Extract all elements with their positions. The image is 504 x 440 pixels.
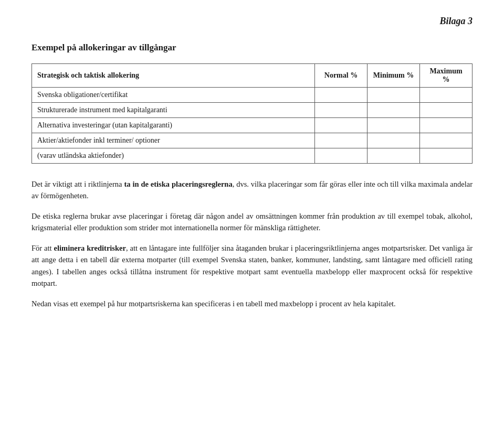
row-label-3: Aktier/aktiefonder inkl terminer/ option… [32,133,315,148]
maximum-value-1 [420,103,472,118]
page-header: Bilaga 3 [32,16,472,27]
table-row: (varav utländska aktiefonder) [32,148,472,164]
minimum-value-3 [368,133,420,148]
normal-value-2 [315,118,368,133]
maximum-column-header: Maximum % [420,64,472,88]
normal-column-header: Normal % [315,64,368,88]
row-label-1: Strukturerade instrument med kapitalgara… [32,103,315,118]
table-row: Aktier/aktiefonder inkl terminer/ option… [32,133,472,148]
normal-value-3 [315,133,368,148]
table-row: Alternativa investeringar (utan kapitalg… [32,118,472,133]
paragraph-3: För att eliminera kreditrisker, att en l… [32,242,472,289]
normal-value-0 [315,88,368,103]
minimum-value-2 [368,118,420,133]
paragraph-4: Nedan visas ett exempel på hur motpartsr… [32,298,472,309]
minimum-column-header: Minimum % [368,64,420,88]
paragraph-2: De etiska reglerna brukar avse placering… [32,210,472,234]
table-section: Strategisk och taktisk allokering Normal… [32,63,472,164]
row-label-0: Svenska obligationer/certifikat [32,88,315,103]
table-row: Svenska obligationer/certifikat [32,88,472,103]
maximum-value-4 [420,148,472,164]
maximum-value-0 [420,88,472,103]
bold-text-1: ta in de etiska placeringsreglerna [124,180,232,188]
paragraph-1: Det är viktigt att i riktlinjerna ta in … [32,178,472,202]
row-label-4: (varav utländska aktiefonder) [32,148,315,164]
minimum-value-0 [368,88,420,103]
minimum-value-1 [368,103,420,118]
row-label-2: Alternativa investeringar (utan kapitalg… [32,118,315,133]
minimum-value-4 [368,148,420,164]
normal-value-1 [315,103,368,118]
table-row: Strukturerade instrument med kapitalgara… [32,103,472,118]
bold-text-2: eliminera kreditrisker [54,244,126,252]
allocation-table: Strategisk och taktisk allokering Normal… [32,63,472,164]
bilaga-title: Bilaga 3 [439,16,472,27]
maximum-value-3 [420,133,472,148]
strategy-column-header: Strategisk och taktisk allokering [32,64,315,88]
main-title: Exempel på allokeringar av tillgångar [32,42,472,53]
paragraphs-section: Det är viktigt att i riktlinjerna ta in … [32,178,472,309]
maximum-value-2 [420,118,472,133]
normal-value-4 [315,148,368,164]
